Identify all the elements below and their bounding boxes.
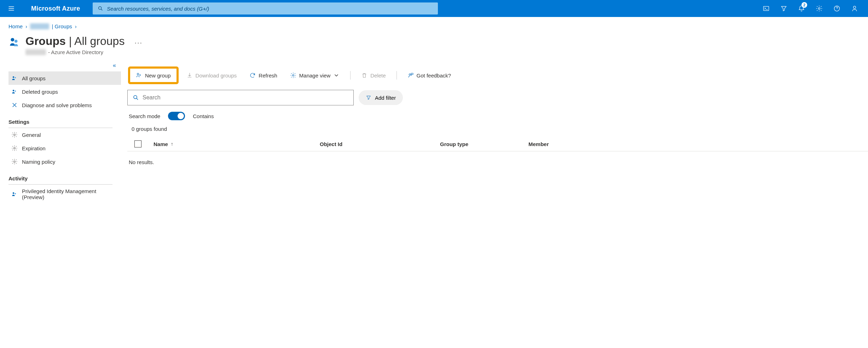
collapse-sidebar-icon[interactable]: «	[8, 60, 121, 71]
settings-icon[interactable]	[811, 1, 827, 16]
table-header: Name ↑ Object Id Group type Member	[127, 137, 868, 151]
sidebar: « All groups Deleted groups Diagnose and…	[0, 60, 121, 204]
refresh-button[interactable]: Refresh	[244, 69, 282, 81]
sidebar-item-label: Diagnose and solve problems	[22, 102, 92, 108]
trash-icon	[361, 72, 368, 79]
svg-point-8	[15, 77, 16, 79]
svg-point-9	[13, 90, 15, 92]
sidebar-item-label: Expiration	[22, 145, 46, 151]
main-content: New group Download groups Refresh Manage…	[121, 60, 868, 204]
toolbar: New group Download groups Refresh Manage…	[127, 60, 868, 88]
filter-icon[interactable]	[776, 1, 792, 16]
tools-icon	[11, 102, 18, 108]
gear-icon	[290, 72, 296, 79]
notifications-icon[interactable]: 2	[794, 1, 809, 16]
chevron-right-icon: ›	[75, 23, 77, 29]
filter-icon	[366, 95, 371, 100]
svg-point-7	[13, 76, 15, 78]
sidebar-item-all-groups[interactable]: All groups	[8, 71, 121, 85]
svg-point-19	[134, 95, 137, 99]
feedback-icon[interactable]	[847, 1, 862, 16]
sidebar-item-naming-policy[interactable]: Naming policy	[8, 155, 121, 168]
group-search[interactable]	[127, 90, 354, 105]
svg-point-12	[14, 147, 16, 149]
svg-point-4	[853, 6, 856, 8]
svg-point-17	[293, 75, 294, 76]
svg-point-15	[15, 193, 16, 195]
add-filter-button[interactable]: Add filter	[359, 90, 403, 105]
help-icon[interactable]	[829, 1, 845, 16]
search-mode-toggle[interactable]	[168, 112, 185, 120]
refresh-icon	[249, 72, 256, 79]
svg-point-14	[13, 192, 15, 194]
sidebar-item-pim[interactable]: Privileged Identity Management (Preview)	[8, 185, 121, 204]
breadcrumb-home[interactable]: Home	[8, 23, 23, 29]
sidebar-section-settings: Settings	[8, 113, 112, 128]
highlight-new-group: New group	[128, 66, 179, 84]
breadcrumb-groups[interactable]: | Groups	[52, 23, 72, 29]
group-search-input[interactable]	[143, 94, 348, 101]
separator	[350, 71, 351, 80]
search-mode-value: Contains	[193, 113, 214, 119]
cloud-shell-icon[interactable]	[758, 1, 774, 16]
sidebar-item-diagnose[interactable]: Diagnose and solve problems	[8, 98, 121, 112]
svg-point-2	[818, 8, 820, 10]
chevron-right-icon: ›	[25, 23, 27, 29]
column-object-id[interactable]: Object Id	[320, 141, 440, 147]
people-icon	[11, 191, 18, 197]
column-membership[interactable]: Member	[528, 141, 564, 147]
brand-label[interactable]: Microsoft Azure	[31, 5, 80, 12]
svg-point-6	[15, 40, 18, 43]
search-icon	[98, 6, 103, 11]
more-icon[interactable]: ···	[134, 39, 143, 47]
svg-point-5	[11, 38, 14, 41]
download-groups-button: Download groups	[181, 69, 242, 81]
menu-icon[interactable]	[6, 3, 17, 14]
sidebar-item-general[interactable]: General	[8, 128, 121, 141]
column-group-type[interactable]: Group type	[440, 141, 528, 147]
svg-point-13	[14, 161, 16, 163]
delete-button: Delete	[356, 69, 390, 81]
column-name[interactable]: Name ↑	[154, 141, 320, 147]
download-icon	[186, 72, 193, 79]
topbar-actions: 2	[758, 1, 862, 16]
people-icon	[11, 75, 18, 81]
search-input[interactable]	[107, 6, 433, 12]
page-subtitle: xxxx - Azure Active Directory	[25, 49, 125, 55]
sidebar-item-label: Deleted groups	[22, 89, 58, 95]
svg-point-18	[409, 74, 411, 76]
svg-point-11	[14, 134, 16, 136]
groups-icon	[8, 36, 21, 49]
people-icon	[11, 88, 18, 95]
global-search[interactable]	[93, 2, 438, 14]
page-title-wrap: Groups | All groups xxxx - Azure Active …	[8, 34, 125, 55]
feedback-button[interactable]: Got feedback?	[403, 69, 456, 81]
svg-rect-1	[764, 6, 769, 11]
sidebar-item-label: General	[22, 132, 41, 138]
sidebar-item-label: All groups	[22, 75, 46, 81]
svg-point-10	[15, 91, 16, 92]
no-results-text: No results.	[127, 151, 868, 165]
results-count: 0 groups found	[127, 124, 868, 137]
sort-asc-icon: ↑	[171, 141, 173, 147]
svg-point-0	[99, 7, 102, 10]
gear-icon	[11, 158, 18, 165]
add-people-icon	[136, 72, 142, 79]
new-group-button[interactable]: New group	[131, 69, 176, 81]
sidebar-item-deleted-groups[interactable]: Deleted groups	[8, 85, 121, 98]
notification-badge: 2	[802, 2, 807, 8]
sidebar-section-activity: Activity	[8, 170, 112, 185]
topbar: Microsoft Azure 2	[0, 0, 868, 17]
breadcrumb: Home › xxxxx | Groups ›	[0, 17, 868, 32]
person-feedback-icon	[407, 72, 414, 79]
select-all-checkbox[interactable]	[134, 140, 141, 147]
separator	[397, 71, 397, 80]
sidebar-item-expiration[interactable]: Expiration	[8, 141, 121, 155]
page-title: Groups | All groups	[25, 34, 125, 48]
gear-icon	[11, 132, 18, 138]
chevron-down-icon	[333, 72, 340, 79]
breadcrumb-tenant[interactable]: xxxxx	[30, 23, 49, 29]
sidebar-item-label: Naming policy	[22, 159, 55, 165]
manage-view-button[interactable]: Manage view	[285, 69, 345, 81]
search-icon	[133, 94, 139, 101]
